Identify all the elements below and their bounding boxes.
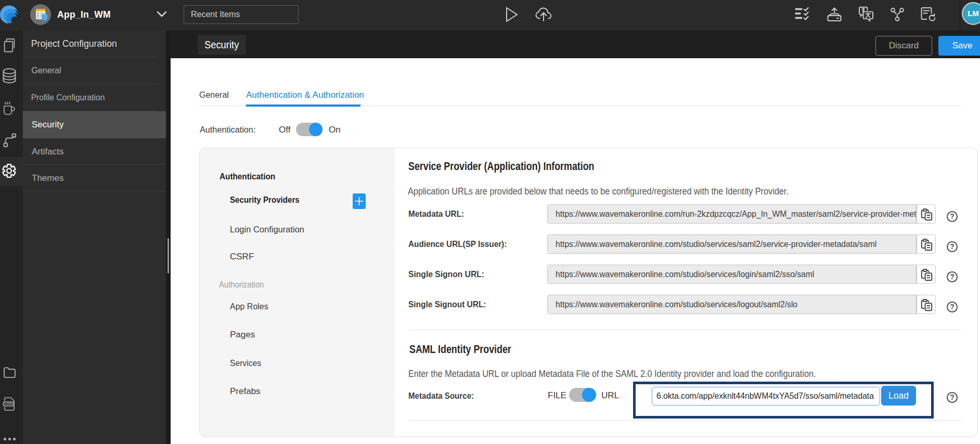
svg-text:LOG: LOG xyxy=(5,402,12,406)
